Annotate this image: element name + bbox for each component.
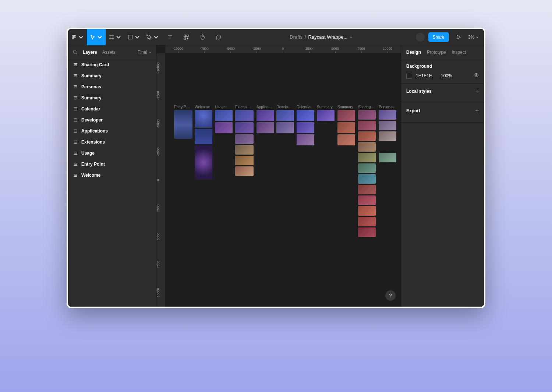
move-tool-button[interactable] [87, 29, 106, 45]
canvas-frame[interactable] [358, 121, 376, 130]
layer-item[interactable]: Summary [68, 92, 156, 103]
layer-item[interactable]: Personas [68, 81, 156, 92]
tab-inspect[interactable]: Inspect [452, 50, 466, 55]
canvas-frame[interactable] [195, 129, 212, 144]
canvas-frame[interactable] [379, 131, 396, 141]
canvas-frame[interactable] [174, 110, 192, 139]
tab-layers[interactable]: Layers [83, 50, 97, 55]
canvas-frame[interactable] [235, 156, 254, 165]
canvas-frame[interactable] [256, 122, 274, 133]
hand-tool-button[interactable] [194, 29, 210, 45]
section-label[interactable]: Extensi… [235, 105, 254, 109]
breadcrumb[interactable]: Drafts / Raycast Wrappe... [227, 34, 416, 40]
section-label[interactable]: Summary [317, 105, 335, 109]
present-button[interactable] [453, 31, 464, 43]
canvas-frame[interactable] [358, 217, 376, 226]
canvas-frame[interactable] [358, 153, 376, 162]
breadcrumb-file[interactable]: Raycast Wrappe... [308, 34, 348, 40]
canvas-section[interactable]: Personas [379, 105, 396, 162]
canvas-frame[interactable] [297, 110, 314, 121]
layer-item[interactable]: Applications [68, 126, 156, 137]
section-label[interactable]: Entry P… [174, 105, 192, 109]
canvas-section[interactable]: Extensi… [235, 105, 254, 176]
comment-tool-button[interactable] [210, 29, 227, 45]
section-label[interactable]: Usage [215, 105, 233, 109]
shape-tool-button[interactable] [124, 29, 143, 45]
section-label[interactable]: Welcome [195, 105, 212, 109]
canvas-section[interactable]: Sharing… [358, 105, 376, 237]
canvas-frame[interactable] [379, 153, 396, 162]
canvas-frame[interactable] [358, 195, 376, 205]
canvas-frame[interactable] [256, 110, 274, 121]
canvas-frame[interactable] [358, 185, 376, 194]
canvas-frame[interactable] [358, 174, 376, 184]
canvas-frame[interactable] [297, 122, 314, 133]
canvas-frame[interactable] [379, 142, 396, 152]
canvas-section[interactable]: Entry P… [174, 105, 192, 139]
tab-assets[interactable]: Assets [102, 50, 116, 55]
avatar[interactable] [416, 33, 425, 42]
share-button[interactable]: Share [428, 32, 449, 42]
layer-item[interactable]: Sharing Card [68, 59, 156, 70]
canvas-frame[interactable] [195, 145, 212, 179]
background-opacity[interactable]: 100% [441, 73, 452, 78]
canvas-frame[interactable] [358, 110, 376, 120]
canvas-frame[interactable] [358, 227, 376, 237]
section-label[interactable]: Personas [379, 105, 396, 109]
canvas-section[interactable]: Calendar [297, 105, 314, 145]
canvas-frame[interactable] [358, 206, 376, 216]
frame-tool-button[interactable] [106, 29, 124, 45]
canvas-area[interactable]: -10000-7500-5000-2500025005000750010000 … [156, 45, 401, 307]
layer-item[interactable]: Developer [68, 114, 156, 126]
layer-item[interactable]: Welcome [68, 170, 156, 181]
toggle-visibility-button[interactable] [474, 73, 479, 79]
layer-item[interactable]: Extensions [68, 137, 156, 148]
canvas-frame[interactable] [379, 110, 396, 120]
canvas-frame[interactable] [297, 134, 314, 145]
canvas-frame[interactable] [235, 134, 254, 144]
tab-prototype[interactable]: Prototype [427, 50, 446, 55]
section-label[interactable]: Summary [337, 105, 355, 109]
canvas-frame[interactable] [235, 110, 254, 121]
section-label[interactable]: Calendar [297, 105, 314, 109]
chevron-down-icon[interactable] [350, 36, 353, 39]
canvas-frame[interactable] [235, 122, 254, 133]
search-layers-button[interactable] [72, 50, 78, 55]
canvas[interactable]: Entry P…WelcomeUsageExtensi…Applica…Deve… [165, 53, 401, 307]
layer-item[interactable]: Usage [68, 148, 156, 159]
background-swatch[interactable] [406, 73, 412, 79]
canvas-section[interactable]: Usage [215, 105, 233, 133]
section-label[interactable]: Applica… [256, 105, 274, 109]
canvas-frame[interactable] [276, 122, 294, 133]
layer-item[interactable]: Summary [68, 70, 156, 81]
canvas-section[interactable]: Summary [317, 105, 335, 121]
canvas-frame[interactable] [358, 163, 376, 173]
canvas-frame[interactable] [337, 134, 355, 145]
zoom-dropdown[interactable]: 3% [468, 35, 479, 40]
canvas-frame[interactable] [337, 110, 355, 121]
canvas-section[interactable]: Welcome [195, 105, 212, 179]
breadcrumb-folder[interactable]: Drafts [290, 34, 302, 40]
canvas-frame[interactable] [195, 110, 212, 128]
resources-button[interactable] [178, 29, 194, 45]
canvas-frame[interactable] [215, 110, 233, 121]
canvas-section[interactable]: Develo… [276, 105, 294, 133]
main-menu-button[interactable] [68, 29, 87, 45]
layer-item[interactable]: Entry Point [68, 159, 156, 170]
canvas-frame[interactable] [235, 145, 254, 155]
section-label[interactable]: Develo… [276, 105, 294, 109]
canvas-section[interactable]: Applica… [256, 105, 274, 133]
canvas-frame[interactable] [317, 110, 335, 121]
canvas-section[interactable]: Summary [337, 105, 355, 145]
layer-item[interactable]: Calendar [68, 103, 156, 114]
canvas-frame[interactable] [379, 121, 396, 130]
tab-design[interactable]: Design [406, 50, 421, 55]
canvas-frame[interactable] [337, 122, 355, 133]
canvas-frame[interactable] [235, 166, 254, 176]
canvas-frame[interactable] [215, 122, 233, 133]
canvas-frame[interactable] [358, 131, 376, 141]
canvas-frame[interactable] [358, 142, 376, 152]
pen-tool-button[interactable] [143, 29, 162, 45]
section-label[interactable]: Sharing… [358, 105, 376, 109]
background-hex[interactable]: 1E1E1E [416, 73, 432, 78]
